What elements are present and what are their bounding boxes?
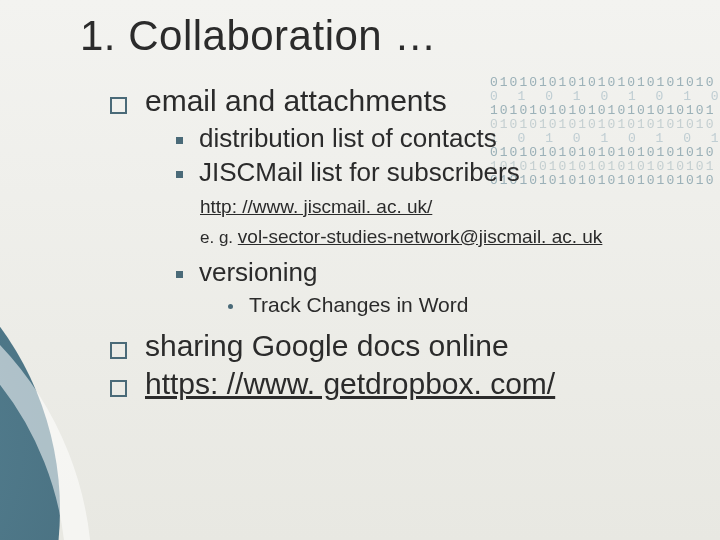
slide-title: 1. Collaboration … — [80, 12, 680, 60]
bullet-text: versioning — [199, 256, 318, 290]
bullet-level1: sharing Google docs online — [110, 329, 680, 363]
bullet-text: email and attachments — [145, 84, 447, 118]
bullet-level2: versioning — [176, 256, 680, 290]
bullet-level3: Track Changes in Word — [228, 293, 680, 317]
slide-content: 1. Collaboration … email and attachments… — [0, 0, 720, 401]
link-text: http: //www. jiscmail. ac. uk/ — [200, 196, 680, 218]
eg-prefix: e. g. — [200, 228, 238, 247]
small-square-bullet-icon — [176, 137, 183, 144]
bullet-text: distribution list of contacts — [199, 122, 497, 156]
square-bullet-icon — [110, 97, 127, 114]
bullet-level2: distribution list of contacts — [176, 122, 680, 156]
small-square-bullet-icon — [176, 271, 183, 278]
square-bullet-icon — [110, 380, 127, 397]
bullet-text: sharing Google docs online — [145, 329, 509, 363]
bullet-text: JISCMail list for subscribers — [199, 156, 520, 190]
link-text: https: //www. getdropbox. com/ — [145, 367, 555, 401]
dot-bullet-icon — [228, 304, 233, 309]
example-line: e. g. vol-sector-studies-network@jiscmai… — [200, 226, 680, 248]
bullet-level1: email and attachments — [110, 84, 680, 118]
square-bullet-icon — [110, 342, 127, 359]
bullet-level1: https: //www. getdropbox. com/ — [110, 367, 680, 401]
bullet-level2: JISCMail list for subscribers — [176, 156, 680, 190]
slide: 01010101010101010101010 0 1 0 1 0 1 0 1 … — [0, 0, 720, 540]
small-square-bullet-icon — [176, 171, 183, 178]
bullet-text: Track Changes in Word — [249, 293, 468, 317]
link-text: vol-sector-studies-network@jiscmail. ac.… — [238, 226, 603, 247]
